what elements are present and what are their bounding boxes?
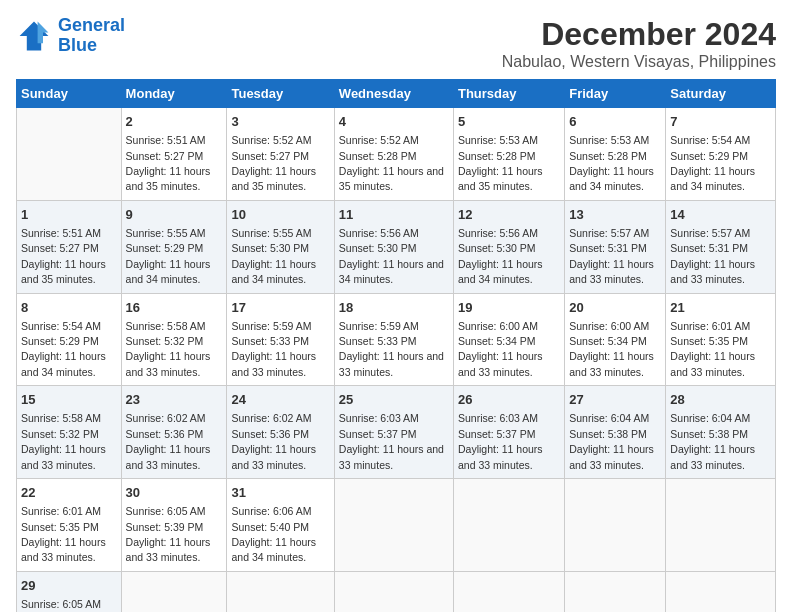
day-info: Sunrise: 5:53 AMSunset: 5:28 PMDaylight:… xyxy=(569,134,654,192)
calendar-cell: 11 Sunrise: 5:56 AMSunset: 5:30 PMDaylig… xyxy=(334,200,453,293)
day-number: 22 xyxy=(21,484,117,502)
day-info: Sunrise: 6:01 AMSunset: 5:35 PMDaylight:… xyxy=(21,505,106,563)
day-number: 28 xyxy=(670,391,771,409)
col-sunday: Sunday xyxy=(17,80,122,108)
day-info: Sunrise: 5:55 AMSunset: 5:30 PMDaylight:… xyxy=(231,227,316,285)
calendar-cell xyxy=(453,571,564,612)
col-saturday: Saturday xyxy=(666,80,776,108)
calendar-cell: 14 Sunrise: 5:57 AMSunset: 5:31 PMDaylig… xyxy=(666,200,776,293)
day-number: 8 xyxy=(21,299,117,317)
day-number: 12 xyxy=(458,206,560,224)
calendar-cell: 3 Sunrise: 5:52 AMSunset: 5:27 PMDayligh… xyxy=(227,108,334,201)
calendar-cell: 25 Sunrise: 6:03 AMSunset: 5:37 PMDaylig… xyxy=(334,386,453,479)
day-number: 19 xyxy=(458,299,560,317)
day-number: 9 xyxy=(126,206,223,224)
calendar-week-2: 1 Sunrise: 5:51 AMSunset: 5:27 PMDayligh… xyxy=(17,200,776,293)
day-number: 31 xyxy=(231,484,329,502)
day-info: Sunrise: 6:02 AMSunset: 5:36 PMDaylight:… xyxy=(126,412,211,470)
calendar-cell: 20 Sunrise: 6:00 AMSunset: 5:34 PMDaylig… xyxy=(565,293,666,386)
calendar-cell: 27 Sunrise: 6:04 AMSunset: 5:38 PMDaylig… xyxy=(565,386,666,479)
title-block: December 2024 Nabulao, Western Visayas, … xyxy=(502,16,776,71)
day-number: 5 xyxy=(458,113,560,131)
calendar-cell: 4 Sunrise: 5:52 AMSunset: 5:28 PMDayligh… xyxy=(334,108,453,201)
calendar-week-1: 2 Sunrise: 5:51 AMSunset: 5:27 PMDayligh… xyxy=(17,108,776,201)
calendar-cell: 1 Sunrise: 5:51 AMSunset: 5:27 PMDayligh… xyxy=(17,200,122,293)
calendar-cell xyxy=(666,571,776,612)
calendar-cell: 2 Sunrise: 5:51 AMSunset: 5:27 PMDayligh… xyxy=(121,108,227,201)
day-info: Sunrise: 6:03 AMSunset: 5:37 PMDaylight:… xyxy=(339,412,444,470)
day-number: 1 xyxy=(21,206,117,224)
calendar-cell xyxy=(334,479,453,572)
day-number: 20 xyxy=(569,299,661,317)
calendar-cell: 22 Sunrise: 6:01 AMSunset: 5:35 PMDaylig… xyxy=(17,479,122,572)
day-info: Sunrise: 5:58 AMSunset: 5:32 PMDaylight:… xyxy=(126,320,211,378)
day-number: 18 xyxy=(339,299,449,317)
day-info: Sunrise: 6:00 AMSunset: 5:34 PMDaylight:… xyxy=(458,320,543,378)
calendar-cell xyxy=(565,479,666,572)
day-number: 30 xyxy=(126,484,223,502)
col-thursday: Thursday xyxy=(453,80,564,108)
day-info: Sunrise: 6:04 AMSunset: 5:38 PMDaylight:… xyxy=(670,412,755,470)
col-tuesday: Tuesday xyxy=(227,80,334,108)
day-info: Sunrise: 5:54 AMSunset: 5:29 PMDaylight:… xyxy=(670,134,755,192)
day-info: Sunrise: 5:56 AMSunset: 5:30 PMDaylight:… xyxy=(458,227,543,285)
calendar-week-5: 22 Sunrise: 6:01 AMSunset: 5:35 PMDaylig… xyxy=(17,479,776,572)
day-info: Sunrise: 6:03 AMSunset: 5:37 PMDaylight:… xyxy=(458,412,543,470)
day-number: 17 xyxy=(231,299,329,317)
calendar-week-3: 8 Sunrise: 5:54 AMSunset: 5:29 PMDayligh… xyxy=(17,293,776,386)
calendar-cell xyxy=(666,479,776,572)
calendar-cell: 16 Sunrise: 5:58 AMSunset: 5:32 PMDaylig… xyxy=(121,293,227,386)
calendar-cell: 19 Sunrise: 6:00 AMSunset: 5:34 PMDaylig… xyxy=(453,293,564,386)
day-number: 13 xyxy=(569,206,661,224)
calendar-week-4: 15 Sunrise: 5:58 AMSunset: 5:32 PMDaylig… xyxy=(17,386,776,479)
calendar-table: Sunday Monday Tuesday Wednesday Thursday… xyxy=(16,79,776,612)
calendar-cell: 17 Sunrise: 5:59 AMSunset: 5:33 PMDaylig… xyxy=(227,293,334,386)
day-info: Sunrise: 6:06 AMSunset: 5:40 PMDaylight:… xyxy=(231,505,316,563)
day-info: Sunrise: 5:52 AMSunset: 5:28 PMDaylight:… xyxy=(339,134,444,192)
day-number: 25 xyxy=(339,391,449,409)
day-info: Sunrise: 6:05 AMSunset: 5:39 PMDaylight:… xyxy=(21,598,106,612)
calendar-body: 2 Sunrise: 5:51 AMSunset: 5:27 PMDayligh… xyxy=(17,108,776,613)
calendar-cell: 8 Sunrise: 5:54 AMSunset: 5:29 PMDayligh… xyxy=(17,293,122,386)
calendar-cell: 12 Sunrise: 5:56 AMSunset: 5:30 PMDaylig… xyxy=(453,200,564,293)
calendar-cell: 28 Sunrise: 6:04 AMSunset: 5:38 PMDaylig… xyxy=(666,386,776,479)
calendar-cell xyxy=(334,571,453,612)
day-info: Sunrise: 6:02 AMSunset: 5:36 PMDaylight:… xyxy=(231,412,316,470)
calendar-cell: 18 Sunrise: 5:59 AMSunset: 5:33 PMDaylig… xyxy=(334,293,453,386)
day-number: 3 xyxy=(231,113,329,131)
calendar-cell: 7 Sunrise: 5:54 AMSunset: 5:29 PMDayligh… xyxy=(666,108,776,201)
calendar-cell: 9 Sunrise: 5:55 AMSunset: 5:29 PMDayligh… xyxy=(121,200,227,293)
day-info: Sunrise: 5:54 AMSunset: 5:29 PMDaylight:… xyxy=(21,320,106,378)
day-number: 29 xyxy=(21,577,117,595)
day-info: Sunrise: 5:55 AMSunset: 5:29 PMDaylight:… xyxy=(126,227,211,285)
day-number: 2 xyxy=(126,113,223,131)
day-number: 4 xyxy=(339,113,449,131)
calendar-cell xyxy=(565,571,666,612)
day-info: Sunrise: 5:51 AMSunset: 5:27 PMDaylight:… xyxy=(21,227,106,285)
col-monday: Monday xyxy=(121,80,227,108)
day-number: 16 xyxy=(126,299,223,317)
day-info: Sunrise: 5:58 AMSunset: 5:32 PMDaylight:… xyxy=(21,412,106,470)
day-info: Sunrise: 5:57 AMSunset: 5:31 PMDaylight:… xyxy=(569,227,654,285)
day-info: Sunrise: 6:01 AMSunset: 5:35 PMDaylight:… xyxy=(670,320,755,378)
day-info: Sunrise: 6:04 AMSunset: 5:38 PMDaylight:… xyxy=(569,412,654,470)
header-row: Sunday Monday Tuesday Wednesday Thursday… xyxy=(17,80,776,108)
calendar-cell: 6 Sunrise: 5:53 AMSunset: 5:28 PMDayligh… xyxy=(565,108,666,201)
day-number: 21 xyxy=(670,299,771,317)
day-info: Sunrise: 6:00 AMSunset: 5:34 PMDaylight:… xyxy=(569,320,654,378)
day-number: 27 xyxy=(569,391,661,409)
calendar-week-6: 29 Sunrise: 6:05 AMSunset: 5:39 PMDaylig… xyxy=(17,571,776,612)
calendar-cell: 10 Sunrise: 5:55 AMSunset: 5:30 PMDaylig… xyxy=(227,200,334,293)
calendar-cell: 24 Sunrise: 6:02 AMSunset: 5:36 PMDaylig… xyxy=(227,386,334,479)
day-number: 23 xyxy=(126,391,223,409)
calendar-cell xyxy=(17,108,122,201)
calendar-cell: 21 Sunrise: 6:01 AMSunset: 5:35 PMDaylig… xyxy=(666,293,776,386)
calendar-cell: 23 Sunrise: 6:02 AMSunset: 5:36 PMDaylig… xyxy=(121,386,227,479)
logo-icon xyxy=(16,18,52,54)
day-number: 26 xyxy=(458,391,560,409)
col-wednesday: Wednesday xyxy=(334,80,453,108)
day-number: 10 xyxy=(231,206,329,224)
calendar-cell: 13 Sunrise: 5:57 AMSunset: 5:31 PMDaylig… xyxy=(565,200,666,293)
calendar-cell xyxy=(453,479,564,572)
day-info: Sunrise: 5:53 AMSunset: 5:28 PMDaylight:… xyxy=(458,134,543,192)
